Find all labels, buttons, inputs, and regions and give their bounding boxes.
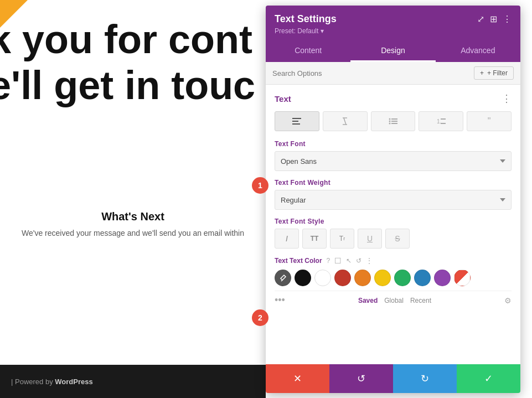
- italic-style-btn[interactable]: I: [275, 229, 299, 249]
- section-menu-icon[interactable]: ⋮: [502, 92, 512, 105]
- svg-point-6: [389, 118, 390, 120]
- svg-rect-9: [391, 121, 397, 122]
- color-tab-global[interactable]: Global: [384, 297, 404, 304]
- expand-icon[interactable]: ⤢: [477, 14, 484, 24]
- panel-header-icons: ⤢ ⊞ ⋮: [477, 14, 512, 24]
- color-swatches: [275, 270, 512, 286]
- svg-rect-1: [292, 121, 298, 122]
- whats-next-title: What's Next: [11, 210, 255, 223]
- style-buttons: I TT Tr U S: [275, 229, 512, 249]
- text-section-header: Text ⋮: [275, 92, 512, 105]
- panel-preset[interactable]: Preset: Default: [275, 27, 512, 35]
- svg-rect-15: [441, 123, 446, 124]
- tab-advanced[interactable]: Advanced: [436, 40, 520, 62]
- ordered-list-btn[interactable]: 1.2.: [419, 111, 463, 131]
- eyedropper-swatch[interactable]: [275, 270, 291, 286]
- undo-button[interactable]: ↺: [329, 364, 393, 393]
- filter-button[interactable]: + + Filter: [474, 66, 514, 80]
- alignment-buttons: 1.2. ": [275, 111, 512, 131]
- cancel-button[interactable]: ✕: [266, 364, 329, 393]
- text-font-style-label: Text Font Style: [275, 218, 512, 225]
- tab-design[interactable]: Design: [350, 40, 435, 62]
- multi-swatch[interactable]: [454, 270, 471, 286]
- yellow-swatch[interactable]: [374, 270, 391, 286]
- color-help-icon[interactable]: ?: [327, 257, 330, 265]
- text-italic-btn[interactable]: [323, 111, 368, 131]
- green-swatch[interactable]: [394, 270, 411, 286]
- text-font-select[interactable]: Open Sans: [275, 151, 512, 171]
- svg-rect-2: [292, 123, 300, 125]
- red-swatch[interactable]: [334, 270, 351, 286]
- page-headline: k you for cont e'll get in touc: [0, 17, 255, 108]
- color-tab-recent[interactable]: Recent: [410, 297, 431, 304]
- footer-text: | Powered by WordPress: [11, 378, 93, 386]
- svg-text:2.: 2.: [437, 124, 441, 125]
- orange-swatch[interactable]: [354, 270, 371, 286]
- text-settings-panel: Text Settings ⤢ ⊞ ⋮ Preset: Default Cont…: [266, 6, 520, 393]
- strikethrough-style-btn[interactable]: S: [385, 229, 410, 249]
- search-input[interactable]: [272, 69, 383, 77]
- purple-swatch[interactable]: [434, 270, 451, 286]
- color-tab-saved[interactable]: Saved: [358, 297, 378, 304]
- black-swatch[interactable]: [295, 270, 311, 286]
- panel-body: Text ⋮ 1.2. " Text Font Open Sans: [266, 85, 520, 364]
- text-font-label: Text Font: [275, 140, 512, 148]
- section-title: Text: [275, 94, 291, 104]
- badge-2: 2: [252, 309, 268, 326]
- list-btn[interactable]: [371, 111, 416, 131]
- panel-actions: ✕ ↺ ↻ ✓: [266, 364, 520, 393]
- blue-swatch[interactable]: [414, 270, 431, 286]
- panel-header-top: Text Settings ⤢ ⊞ ⋮: [275, 13, 512, 25]
- columns-icon[interactable]: ⊞: [490, 14, 497, 24]
- panel-title: Text Settings: [275, 13, 337, 25]
- white-swatch[interactable]: [314, 270, 331, 286]
- panel-header: Text Settings ⤢ ⊞ ⋮ Preset: Default: [266, 6, 520, 40]
- uppercase-style-btn[interactable]: TT: [302, 229, 327, 249]
- color-cursor-icon[interactable]: ↖: [346, 257, 352, 265]
- redo-button[interactable]: ↻: [393, 364, 457, 393]
- svg-point-10: [389, 123, 390, 125]
- dots-icon[interactable]: •••: [275, 294, 285, 306]
- svg-line-16: [281, 280, 282, 281]
- tab-content[interactable]: Content: [266, 40, 350, 62]
- svg-rect-13: [441, 118, 446, 120]
- color-device-icon[interactable]: ☐: [334, 256, 342, 265]
- text-font-weight-label: Text Font Weight: [275, 179, 512, 187]
- titlecase-style-btn[interactable]: Tr: [330, 229, 354, 249]
- panel-search-bar: + + Filter: [266, 62, 520, 85]
- color-label: Text Text Color: [275, 257, 322, 265]
- whats-next-section: What's Next We've received your message …: [0, 199, 266, 249]
- whats-next-text: We've received your message and we'll se…: [11, 229, 255, 237]
- svg-rect-0: [292, 118, 301, 119]
- svg-rect-7: [391, 118, 397, 120]
- color-more-icon[interactable]: ⋮: [366, 257, 373, 265]
- svg-line-3: [344, 118, 346, 125]
- save-button[interactable]: ✓: [457, 364, 520, 393]
- color-tab-links: Saved Global Recent: [358, 297, 431, 304]
- panel-more-icon[interactable]: ⋮: [503, 14, 512, 24]
- color-reset-icon[interactable]: ↺: [356, 257, 361, 265]
- panel-tabs: Content Design Advanced: [266, 40, 520, 62]
- quote-btn[interactable]: ": [467, 111, 512, 131]
- color-row-header: Text Text Color ? ☐ ↖ ↺ ⋮: [275, 256, 512, 265]
- text-font-weight-select[interactable]: Regular: [275, 190, 512, 210]
- badge-1: 1: [252, 177, 268, 194]
- color-gear-icon[interactable]: ⚙: [504, 296, 512, 305]
- color-tabs-row: ••• Saved Global Recent ⚙: [275, 291, 512, 306]
- svg-rect-11: [391, 123, 397, 124]
- page-footer: | Powered by WordPress: [0, 365, 266, 398]
- underline-style-btn[interactable]: U: [358, 229, 382, 249]
- align-left-btn[interactable]: [275, 111, 319, 131]
- filter-plus-icon: +: [480, 69, 484, 77]
- svg-point-8: [389, 121, 390, 122]
